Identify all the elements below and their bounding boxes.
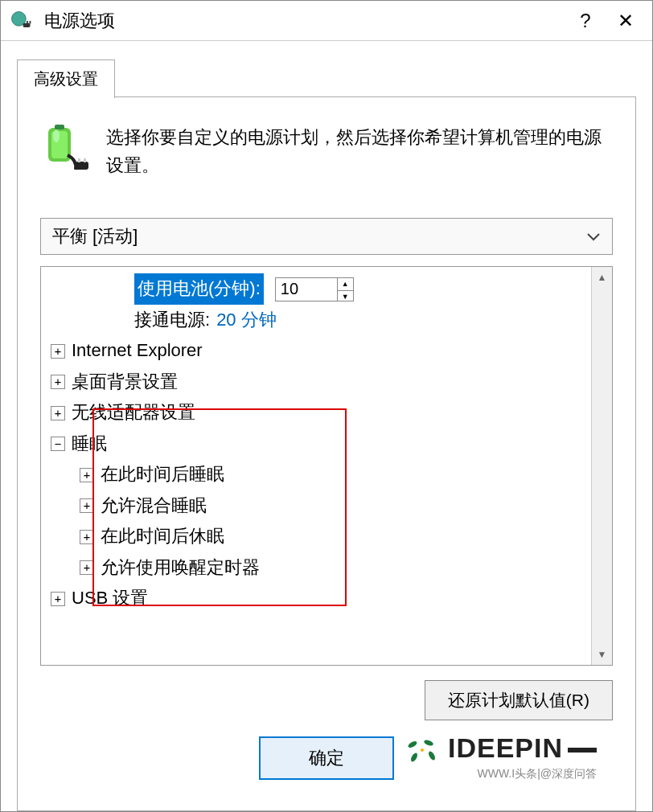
titlebar: 电源选项 ? ✕ (1, 1, 652, 41)
settings-tree-container: 使用电池(分钟): 10 ▲ ▼ 接通电源: 20 分钟 (40, 266, 613, 666)
close-button[interactable]: ✕ (606, 1, 646, 41)
restore-defaults-button[interactable]: 还原计划默认值(R) (425, 680, 613, 720)
tree-label: 睡眠 (72, 429, 107, 460)
tree-item-sleep[interactable]: − 睡眠 (46, 429, 583, 460)
tree-label: 在此时间后休眠 (101, 521, 224, 552)
tree-label: 允许使用唤醒定时器 (101, 552, 260, 584)
svg-point-11 (407, 740, 417, 748)
power-plug-icon (7, 7, 35, 35)
svg-rect-9 (78, 158, 80, 162)
svg-rect-2 (27, 21, 28, 24)
svg-point-14 (409, 752, 418, 762)
on-battery-label: 使用电池(分钟): (134, 273, 264, 305)
dialog-buttons: 确定 IDEEPIN WWW.I头条|@深度问答 (40, 720, 613, 788)
tree-item-hybrid-sleep[interactable]: + 允许混合睡眠 (46, 490, 583, 522)
settings-tree[interactable]: 使用电池(分钟): 10 ▲ ▼ 接通电源: 20 分钟 (41, 267, 591, 665)
tree-item-usb-settings[interactable]: + USB 设置 (46, 583, 583, 614)
expand-icon[interactable]: + (80, 560, 94, 575)
expand-icon[interactable]: + (51, 592, 65, 606)
tree-label: 无线适配器设置 (72, 397, 195, 429)
expand-icon[interactable]: + (80, 498, 94, 513)
svg-point-13 (427, 750, 436, 761)
tree-item-battery-minutes[interactable]: 使用电池(分钟): 10 ▲ ▼ (46, 273, 583, 305)
power-options-dialog: 电源选项 ? ✕ 高级设置 (0, 0, 653, 812)
svg-rect-10 (84, 158, 86, 162)
spinner-up-button[interactable]: ▲ (338, 278, 353, 292)
scroll-track[interactable] (592, 288, 612, 644)
intro-section: 选择你要自定义的电源计划，然后选择你希望计算机管理的电源设置。 (40, 123, 613, 179)
chevron-down-icon (586, 226, 601, 247)
tree-item-hibernate-after[interactable]: + 在此时间后休眠 (46, 521, 583, 552)
expand-icon[interactable]: + (51, 344, 65, 359)
battery-plug-icon (40, 123, 92, 174)
tree-label: 在此时间后睡眠 (101, 459, 224, 490)
svg-point-15 (421, 748, 424, 752)
scroll-down-button[interactable]: ▼ (592, 644, 612, 665)
help-button[interactable]: ? (565, 1, 606, 41)
svg-point-12 (423, 739, 433, 747)
tree-item-internet-explorer[interactable]: + Internet Explorer (46, 335, 583, 367)
scroll-up-button[interactable]: ▲ (592, 267, 612, 288)
power-plan-value: 平衡 [活动] (52, 224, 138, 248)
tab-strip: 高级设置 (17, 59, 636, 97)
tree-label: Internet Explorer (72, 335, 203, 367)
tree-item-sleep-after[interactable]: + 在此时间后睡眠 (46, 459, 583, 490)
battery-minutes-value[interactable]: 10 (276, 278, 337, 301)
watermark-text: WWW.I头条|@深度问答 (478, 767, 598, 781)
dialog-content: 高级设置 选择你要自定义的电源计划，然后选择你 (1, 41, 652, 811)
ideepin-logo: IDEEPIN (405, 732, 598, 764)
ok-button[interactable]: 确定 (259, 736, 394, 780)
svg-rect-8 (76, 162, 88, 170)
window-title: 电源选项 (44, 9, 565, 33)
plugged-in-label: 接通电源: (134, 305, 210, 336)
spinner-down-button[interactable]: ▼ (338, 291, 353, 304)
svg-rect-3 (30, 21, 31, 24)
tab-strip-border (115, 59, 636, 97)
vertical-scrollbar[interactable]: ▲ ▼ (591, 267, 612, 665)
svg-rect-1 (23, 23, 31, 27)
plugged-in-value[interactable]: 20 分钟 (216, 305, 277, 336)
spinner-buttons: ▲ ▼ (337, 278, 353, 301)
tab-advanced-settings[interactable]: 高级设置 (17, 59, 115, 98)
tree-label: 桌面背景设置 (72, 367, 178, 398)
expand-icon[interactable]: + (80, 530, 94, 544)
tab-panel: 选择你要自定义的电源计划，然后选择你希望计算机管理的电源设置。 平衡 [活动] … (17, 97, 636, 811)
svg-rect-5 (55, 125, 64, 129)
expand-icon[interactable]: + (80, 468, 94, 482)
tree-item-wake-timers[interactable]: + 允许使用唤醒定时器 (46, 552, 583, 584)
tree-item-desktop-background[interactable]: + 桌面背景设置 (46, 367, 583, 398)
tree-label: 允许混合睡眠 (101, 490, 207, 522)
expand-icon[interactable]: + (51, 406, 65, 420)
collapse-icon[interactable]: − (51, 437, 65, 451)
power-plan-dropdown[interactable]: 平衡 [活动] (40, 218, 613, 255)
battery-minutes-spinner[interactable]: 10 ▲ ▼ (275, 277, 354, 301)
intro-text: 选择你要自定义的电源计划，然后选择你希望计算机管理的电源设置。 (106, 123, 613, 179)
tree-item-wireless-adapter[interactable]: + 无线适配器设置 (46, 397, 583, 429)
tree-label: USB 设置 (72, 583, 148, 614)
expand-icon[interactable]: + (51, 375, 65, 389)
svg-point-7 (53, 129, 60, 142)
tree-item-plugged-in[interactable]: 接通电源: 20 分钟 (46, 305, 583, 336)
restore-row: 还原计划默认值(R) (40, 680, 613, 720)
